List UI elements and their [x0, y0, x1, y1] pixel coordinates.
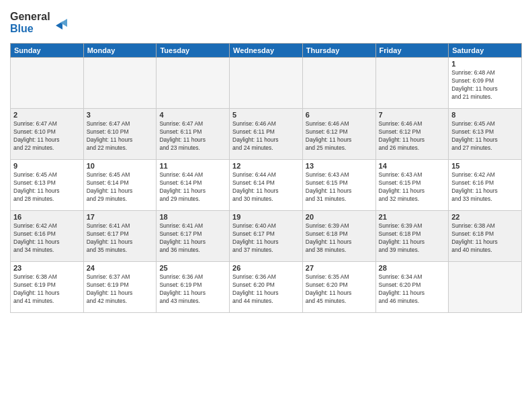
day-number: 28	[379, 264, 446, 272]
calendar-cell: 27Sunrise: 6:35 AM Sunset: 6:20 PM Dayli…	[302, 262, 375, 313]
logo: General Blue	[10, 7, 71, 39]
day-number: 25	[159, 264, 226, 272]
day-number: 14	[379, 162, 446, 170]
header: General Blue	[10, 7, 522, 39]
day-number: 19	[232, 213, 300, 221]
day-info: Sunrise: 6:47 AM Sunset: 6:11 PM Dayligh…	[159, 120, 226, 152]
day-info: Sunrise: 6:44 AM Sunset: 6:14 PM Dayligh…	[232, 171, 300, 203]
day-number: 3	[87, 111, 154, 119]
day-info: Sunrise: 6:47 AM Sunset: 6:10 PM Dayligh…	[13, 120, 81, 152]
calendar-cell: 28Sunrise: 6:34 AM Sunset: 6:20 PM Dayli…	[375, 262, 449, 313]
calendar-cell	[157, 58, 230, 109]
day-info: Sunrise: 6:46 AM Sunset: 6:12 PM Dayligh…	[379, 120, 446, 152]
weekday-header-sunday: Sunday	[11, 44, 84, 58]
calendar-cell: 5Sunrise: 6:46 AM Sunset: 6:11 PM Daylig…	[230, 109, 303, 160]
svg-text:General: General	[10, 11, 50, 22]
day-number: 12	[232, 162, 300, 170]
day-number: 7	[379, 111, 446, 119]
day-info: Sunrise: 6:41 AM Sunset: 6:17 PM Dayligh…	[159, 222, 226, 255]
week-row-1: 1Sunrise: 6:48 AM Sunset: 6:09 PM Daylig…	[11, 58, 522, 109]
calendar-cell: 11Sunrise: 6:44 AM Sunset: 6:14 PM Dayli…	[157, 160, 230, 211]
calendar-cell: 23Sunrise: 6:38 AM Sunset: 6:19 PM Dayli…	[11, 262, 84, 313]
day-info: Sunrise: 6:38 AM Sunset: 6:18 PM Dayligh…	[451, 222, 519, 255]
svg-text:Blue: Blue	[10, 23, 34, 34]
calendar-cell: 16Sunrise: 6:42 AM Sunset: 6:16 PM Dayli…	[11, 211, 84, 262]
day-number: 1	[451, 60, 519, 68]
calendar-cell: 14Sunrise: 6:43 AM Sunset: 6:15 PM Dayli…	[375, 160, 449, 211]
day-number: 18	[159, 213, 226, 221]
calendar-cell: 4Sunrise: 6:47 AM Sunset: 6:11 PM Daylig…	[157, 109, 230, 160]
day-info: Sunrise: 6:48 AM Sunset: 6:09 PM Dayligh…	[451, 69, 519, 101]
calendar-cell	[375, 58, 449, 109]
day-number: 9	[13, 162, 81, 170]
calendar-cell	[230, 58, 303, 109]
calendar-page: General Blue SundayMondayTuesdayWednesda…	[0, 0, 532, 411]
calendar-cell: 26Sunrise: 6:36 AM Sunset: 6:20 PM Dayli…	[230, 262, 303, 313]
day-info: Sunrise: 6:43 AM Sunset: 6:15 PM Dayligh…	[306, 171, 373, 203]
day-number: 15	[451, 162, 519, 170]
day-info: Sunrise: 6:46 AM Sunset: 6:11 PM Dayligh…	[232, 120, 300, 152]
day-number: 10	[87, 162, 154, 170]
day-info: Sunrise: 6:42 AM Sunset: 6:16 PM Dayligh…	[13, 222, 81, 255]
day-info: Sunrise: 6:45 AM Sunset: 6:14 PM Dayligh…	[87, 171, 154, 203]
weekday-header-monday: Monday	[83, 44, 157, 58]
day-info: Sunrise: 6:42 AM Sunset: 6:16 PM Dayligh…	[451, 171, 519, 203]
calendar-cell: 15Sunrise: 6:42 AM Sunset: 6:16 PM Dayli…	[449, 160, 522, 211]
day-number: 16	[13, 213, 81, 221]
day-info: Sunrise: 6:45 AM Sunset: 6:13 PM Dayligh…	[451, 120, 519, 152]
weekday-header-thursday: Thursday	[302, 44, 375, 58]
day-number: 2	[13, 111, 81, 119]
calendar-cell: 12Sunrise: 6:44 AM Sunset: 6:14 PM Dayli…	[230, 160, 303, 211]
calendar-table: SundayMondayTuesdayWednesdayThursdayFrid…	[10, 43, 522, 313]
day-number: 20	[306, 213, 373, 221]
calendar-cell: 25Sunrise: 6:36 AM Sunset: 6:19 PM Dayli…	[157, 262, 230, 313]
calendar-cell: 19Sunrise: 6:40 AM Sunset: 6:17 PM Dayli…	[230, 211, 303, 262]
calendar-cell: 9Sunrise: 6:45 AM Sunset: 6:13 PM Daylig…	[11, 160, 84, 211]
day-info: Sunrise: 6:36 AM Sunset: 6:19 PM Dayligh…	[159, 273, 226, 306]
day-number: 26	[232, 264, 300, 272]
day-info: Sunrise: 6:43 AM Sunset: 6:15 PM Dayligh…	[379, 171, 446, 203]
day-number: 11	[159, 162, 226, 170]
calendar-cell	[11, 58, 84, 109]
weekday-header-friday: Friday	[375, 44, 449, 58]
calendar-cell	[449, 262, 522, 313]
calendar-cell: 24Sunrise: 6:37 AM Sunset: 6:19 PM Dayli…	[83, 262, 157, 313]
calendar-cell: 1Sunrise: 6:48 AM Sunset: 6:09 PM Daylig…	[449, 58, 522, 109]
calendar-cell: 21Sunrise: 6:39 AM Sunset: 6:18 PM Dayli…	[375, 211, 449, 262]
day-info: Sunrise: 6:37 AM Sunset: 6:19 PM Dayligh…	[87, 273, 154, 306]
day-number: 17	[87, 213, 154, 221]
week-row-2: 2Sunrise: 6:47 AM Sunset: 6:10 PM Daylig…	[11, 109, 522, 160]
calendar-cell	[302, 58, 375, 109]
week-row-5: 23Sunrise: 6:38 AM Sunset: 6:19 PM Dayli…	[11, 262, 522, 313]
day-info: Sunrise: 6:38 AM Sunset: 6:19 PM Dayligh…	[13, 273, 81, 306]
day-info: Sunrise: 6:39 AM Sunset: 6:18 PM Dayligh…	[306, 222, 373, 255]
day-number: 23	[13, 264, 81, 272]
calendar-cell: 8Sunrise: 6:45 AM Sunset: 6:13 PM Daylig…	[449, 109, 522, 160]
day-info: Sunrise: 6:41 AM Sunset: 6:17 PM Dayligh…	[87, 222, 154, 255]
day-info: Sunrise: 6:34 AM Sunset: 6:20 PM Dayligh…	[379, 273, 446, 306]
day-info: Sunrise: 6:36 AM Sunset: 6:20 PM Dayligh…	[232, 273, 300, 306]
weekday-header-row: SundayMondayTuesdayWednesdayThursdayFrid…	[11, 44, 522, 58]
day-info: Sunrise: 6:45 AM Sunset: 6:13 PM Dayligh…	[13, 171, 81, 203]
calendar-cell: 10Sunrise: 6:45 AM Sunset: 6:14 PM Dayli…	[83, 160, 157, 211]
calendar-cell	[83, 58, 157, 109]
week-row-4: 16Sunrise: 6:42 AM Sunset: 6:16 PM Dayli…	[11, 211, 522, 262]
day-number: 4	[159, 111, 226, 119]
day-info: Sunrise: 6:46 AM Sunset: 6:12 PM Dayligh…	[306, 120, 373, 152]
calendar-cell: 2Sunrise: 6:47 AM Sunset: 6:10 PM Daylig…	[11, 109, 84, 160]
day-number: 22	[451, 213, 519, 221]
day-number: 5	[232, 111, 300, 119]
week-row-3: 9Sunrise: 6:45 AM Sunset: 6:13 PM Daylig…	[11, 160, 522, 211]
calendar-cell: 20Sunrise: 6:39 AM Sunset: 6:18 PM Dayli…	[302, 211, 375, 262]
weekday-header-tuesday: Tuesday	[157, 44, 230, 58]
logo-text: General Blue	[10, 7, 71, 39]
calendar-cell: 7Sunrise: 6:46 AM Sunset: 6:12 PM Daylig…	[375, 109, 449, 160]
weekday-header-wednesday: Wednesday	[230, 44, 303, 58]
day-number: 27	[306, 264, 373, 272]
calendar-cell: 17Sunrise: 6:41 AM Sunset: 6:17 PM Dayli…	[83, 211, 157, 262]
day-number: 21	[379, 213, 446, 221]
day-info: Sunrise: 6:35 AM Sunset: 6:20 PM Dayligh…	[306, 273, 373, 306]
day-number: 13	[306, 162, 373, 170]
day-info: Sunrise: 6:47 AM Sunset: 6:10 PM Dayligh…	[87, 120, 154, 152]
calendar-cell: 3Sunrise: 6:47 AM Sunset: 6:10 PM Daylig…	[83, 109, 157, 160]
